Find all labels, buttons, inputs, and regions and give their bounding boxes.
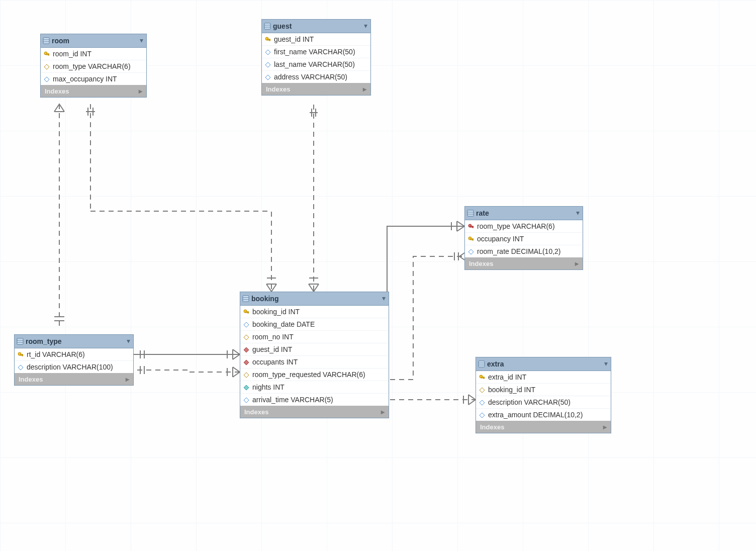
pk-icon [18,351,24,357]
column-label: address VARCHAR(50) [274,73,347,81]
table-header[interactable]: guest ▾ [262,20,370,33]
indexes-section[interactable]: Indexes ▸ [41,85,146,97]
column-label: booking_date DATE [252,320,315,328]
column-row[interactable]: rt_id VARCHAR(6) [15,348,133,361]
table-room[interactable]: room ▾ room_id INTroom_type VARCHAR(6)ma… [40,34,147,98]
column-row[interactable]: max_occupancy INT [41,73,146,85]
column-label: max_occupancy INT [53,75,117,83]
column-row[interactable]: room_rate DECIMAL(10,2) [465,245,583,257]
svg-rect-13 [269,39,270,41]
column-row[interactable]: address VARCHAR(50) [262,71,370,83]
column-label: booking_id INT [488,386,535,394]
diamond-red-icon [243,359,249,365]
column-label: extra_amount DECIMAL(10,2) [488,411,583,419]
collapse-icon[interactable]: ▾ [382,294,386,302]
svg-marker-54 [480,400,485,405]
column-label: last_name VARCHAR(50) [274,60,355,68]
column-row[interactable]: room_no INT [240,331,389,343]
collapse-icon[interactable]: ▾ [127,337,130,345]
column-row[interactable]: last_name VARCHAR(50) [262,58,370,71]
table-title: extra [487,360,504,368]
column-label: occupancy INT [477,235,524,243]
svg-marker-16 [265,75,270,80]
indexes-section[interactable]: Indexes ▸ [262,83,370,95]
column-row[interactable]: room_type VARCHAR(6) [465,220,583,233]
column-row[interactable]: extra_id INT [476,371,611,384]
column-row[interactable]: guest_id INT [240,343,389,356]
svg-marker-53 [480,388,485,393]
diamond-blue-icon [479,399,485,405]
column-row[interactable]: booking_id INT [476,384,611,396]
column-row[interactable]: occupancy INT [465,233,583,245]
svg-marker-7 [44,77,49,82]
table-title: guest [273,22,292,30]
svg-rect-45 [22,354,23,356]
column-row[interactable]: first_name VARCHAR(50) [262,46,370,58]
column-row[interactable]: description VARCHAR(50) [476,396,611,409]
svg-rect-27 [243,296,249,302]
diamond-blue-icon [265,49,271,55]
column-row[interactable]: guest_id INT [262,33,370,46]
svg-marker-46 [18,365,23,370]
svg-marker-6 [44,64,49,69]
pk-icon [479,374,485,380]
diamond-open-icon [479,387,485,393]
collapse-icon[interactable]: ▾ [140,36,143,44]
indexes-section[interactable]: Indexes ▸ [15,373,133,385]
table-header[interactable]: extra ▾ [476,357,611,371]
table-rate[interactable]: rate ▾ room_type VARCHAR(6)occupancy INT… [464,206,583,270]
column-row[interactable]: room_type_requested VARCHAR(6) [240,369,389,381]
column-label: first_name VARCHAR(50) [274,48,355,56]
table-icon [242,295,249,302]
table-header[interactable]: room ▾ [41,34,146,48]
column-row[interactable]: extra_amount DECIMAL(10,2) [476,409,611,421]
column-row[interactable]: occupants INT [240,356,389,369]
pk-icon [243,309,249,315]
svg-rect-25 [472,239,474,240]
indexes-label: Indexes [45,87,69,95]
diamond-blue-icon [265,74,271,80]
column-row[interactable]: nights INT [240,381,389,394]
expand-arrow-icon: ▸ [139,87,142,95]
table-icon [467,210,474,217]
table-header[interactable]: room_type ▾ [15,335,133,348]
table-room-type[interactable]: room_type ▾ rt_id VARCHAR(6)description … [14,334,134,386]
column-row[interactable]: room_type VARCHAR(6) [41,60,146,73]
diamond-blue-icon [44,76,50,82]
diamond-blue-icon [243,397,249,403]
indexes-section[interactable]: Indexes ▸ [465,257,583,269]
column-label: arrival_time VARCHAR(5) [252,396,333,404]
table-header[interactable]: booking ▾ [240,292,389,306]
indexes-label: Indexes [244,408,268,416]
column-list: rt_id VARCHAR(6)description VARCHAR(100) [15,348,133,373]
svg-rect-8 [264,23,270,29]
collapse-icon[interactable]: ▾ [576,209,580,217]
svg-marker-15 [265,62,270,67]
column-label: room_rate DECIMAL(10,2) [477,247,561,255]
svg-marker-14 [265,50,270,55]
pk-icon [44,51,50,57]
column-row[interactable]: room_id INT [41,48,146,60]
column-label: guest_id INT [274,35,314,43]
collapse-icon[interactable]: ▾ [364,22,367,30]
table-title: rate [476,209,489,217]
indexes-section[interactable]: Indexes ▸ [476,421,611,433]
expand-arrow-icon: ▸ [603,423,607,431]
column-row[interactable]: booking_id INT [240,306,389,318]
table-header[interactable]: rate ▾ [465,207,583,220]
table-booking[interactable]: booking ▾ booking_id INTbooking_date DAT… [240,292,389,418]
svg-marker-37 [244,373,249,378]
column-row[interactable]: arrival_time VARCHAR(5) [240,394,389,406]
diamond-blue-icon [468,248,474,254]
indexes-label: Indexes [19,376,43,383]
column-label: room_id INT [53,50,91,58]
expand-arrow-icon: ▸ [126,375,129,383]
indexes-section[interactable]: Indexes ▸ [240,406,389,418]
table-extra[interactable]: extra ▾ extra_id INTbooking_id INTdescri… [476,357,611,433]
table-title: room_type [26,337,62,345]
table-guest[interactable]: guest ▾ guest_id INTfirst_name VARCHAR(5… [261,19,371,96]
column-row[interactable]: description VARCHAR(100) [15,361,133,373]
column-row[interactable]: booking_date DATE [240,318,389,331]
collapse-icon[interactable]: ▾ [604,359,608,368]
svg-marker-33 [244,322,249,327]
